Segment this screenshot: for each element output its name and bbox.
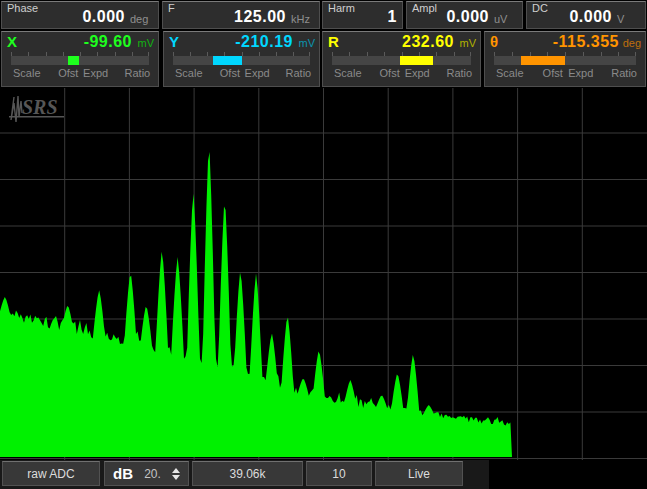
srs-logo-text: SRS [22,96,58,118]
frequency-span-button[interactable]: 39.06k [192,461,303,486]
channel-theta-readout: θ -115.355 deg [485,32,645,50]
frequency-unit: kHz [291,14,314,25]
channel-y-slider[interactable] [173,52,310,66]
srs-logo: SRS [5,93,69,125]
channel-y-panel[interactable]: Y -210.19 mV Scale Ofst Expd Ratio [163,31,320,87]
amplitude-panel[interactable]: Ampl 0.000 uV [406,1,523,29]
amplitude-value: 0.000 [446,9,489,25]
db-scale-button[interactable]: dB 20. [104,461,189,486]
channel-y-unit: mV [293,38,315,49]
ofst-label: Ofst [220,68,240,79]
slider-fill[interactable] [68,56,79,65]
spectrum-plot [0,88,647,460]
live-mode-button[interactable]: Live [375,461,463,486]
channel-y-value: -210.19 [235,34,293,50]
channel-theta-value: -115.355 [553,34,619,50]
channel-r-letter: R [328,34,339,49]
spectrum-graph[interactable]: SRS [0,88,647,460]
channel-r-value: 232.60 [402,34,454,50]
ofst-label: Ofst [380,68,400,79]
channel-theta-panel[interactable]: θ -115.355 deg Scale Ofst Expd Ratio [484,31,646,87]
channel-x-unit: mV [132,38,154,49]
harmonic-label: Harm [328,3,355,14]
channel-r-unit: mV [454,38,476,49]
channel-r-panel[interactable]: R 232.60 mV Scale Ofst Expd Ratio [322,31,481,87]
channel-theta-controls: Scale Ofst Expd Ratio [485,68,645,82]
frequency-value: 125.00 [234,9,286,25]
ratio-label: Ratio [125,68,151,79]
channel-x-value: -99.60 [84,34,132,50]
frequency-label: F [168,3,175,14]
scale-label: Scale [175,68,203,79]
phase-unit: deg [130,14,153,25]
frequency-panel[interactable]: F 125.00 kHz [162,1,320,29]
db-per-div-value: 20. [144,467,161,481]
harmonic-value: 1 [388,9,397,25]
slider-fill[interactable] [213,56,242,65]
ratio-label: Ratio [286,68,312,79]
ratio-label: Ratio [611,68,637,79]
scale-label: Scale [334,68,362,79]
scale-label: Scale [496,68,524,79]
phase-panel[interactable]: Phase 0.000 deg [1,1,159,29]
channel-y-readout: Y -210.19 mV [164,32,319,50]
ofst-label: Ofst [543,68,563,79]
channel-x-letter: X [7,34,17,49]
channel-r-readout: R 232.60 mV [323,32,480,50]
expd-label: Expd [83,68,108,79]
display-source-label: raw ADC [27,467,74,481]
bottom-softkey-bar: raw ADC dB 20. 39.06k 10 Live [0,460,489,489]
channel-x-controls: Scale Ofst Expd Ratio [2,68,158,82]
channel-x-slider[interactable] [11,52,149,66]
harmonic-panel[interactable]: Harm 1 [322,1,403,29]
phase-label: Phase [7,3,38,14]
db-units-label: dB [113,465,133,482]
channel-r-controls: Scale Ofst Expd Ratio [323,68,480,82]
dc-offset-panel[interactable]: DC 0.000 V [526,1,646,29]
lockin-instrument-screen: Phase 0.000 deg F 125.00 kHz Harm 1 Ampl… [0,0,647,489]
phase-value: 0.000 [82,9,125,25]
amplitude-label: Ampl [412,3,437,14]
slider-fill[interactable] [521,56,565,65]
channel-x-readout: X -99.60 mV [2,32,158,50]
display-source-button[interactable]: raw ADC [2,461,100,486]
spinner-down-icon[interactable] [172,475,180,480]
expd-label: Expd [568,68,593,79]
expd-label: Expd [405,68,430,79]
divisions-button[interactable]: 10 [306,461,372,486]
slider-fill[interactable] [400,56,433,65]
ofst-label: Ofst [58,68,78,79]
dc-offset-label: DC [532,3,548,14]
scale-label: Scale [13,68,41,79]
slider-track[interactable] [494,56,636,65]
ratio-label: Ratio [446,68,472,79]
spinner-up-icon[interactable] [172,468,180,473]
channel-y-controls: Scale Ofst Expd Ratio [164,68,319,82]
slider-track[interactable] [11,56,149,65]
dc-offset-unit: V [617,14,640,25]
db-spinner[interactable] [172,468,180,480]
divisions-label: 10 [332,467,345,481]
channel-r-slider[interactable] [332,52,471,66]
channel-theta-letter: θ [490,34,498,49]
channel-y-letter: Y [169,34,179,49]
channel-theta-slider[interactable] [494,52,636,66]
channel-x-panel[interactable]: X -99.60 mV Scale Ofst Expd Ratio [1,31,159,87]
dc-offset-value: 0.000 [569,9,612,25]
amplitude-unit: uV [494,14,517,25]
live-mode-label: Live [408,467,430,481]
channel-theta-unit: deg [619,38,641,49]
frequency-span-label: 39.06k [229,467,265,481]
expd-label: Expd [245,68,270,79]
